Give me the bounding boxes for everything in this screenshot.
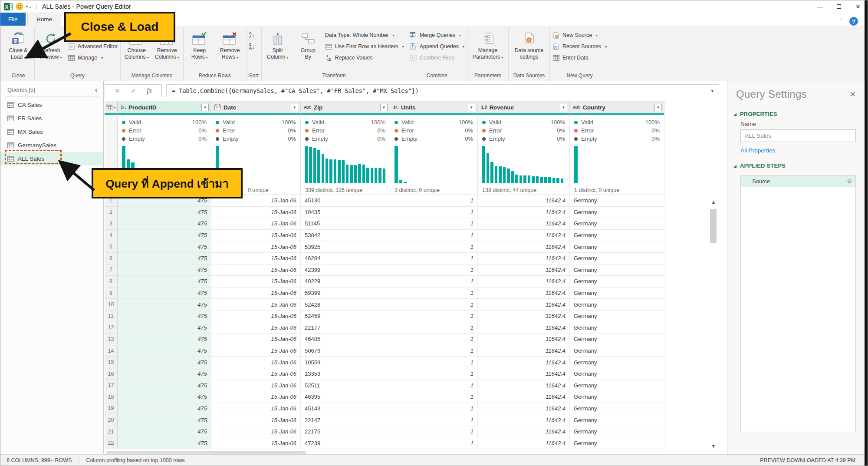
table-cell[interactable]: 11642.4: [478, 334, 570, 345]
table-cell[interactable]: 11642.4: [478, 414, 570, 426]
recent-sources-button[interactable]: Recent Sources▾: [552, 42, 607, 51]
row-number[interactable]: 15: [105, 357, 118, 368]
column-header-revenue[interactable]: 1.2 Revenue ▼: [478, 101, 570, 115]
table-cell[interactable]: 475: [118, 264, 211, 276]
table-cell[interactable]: 10435: [301, 207, 390, 218]
data-type-button[interactable]: Data Type: Whole Number▾: [325, 30, 404, 40]
table-cell[interactable]: 475: [118, 334, 211, 345]
table-cell[interactable]: 475: [118, 299, 211, 311]
table-cell[interactable]: Germany: [570, 264, 664, 276]
table-cell[interactable]: 13353: [301, 368, 390, 380]
table-cell[interactable]: 11642.4: [478, 299, 570, 311]
table-cell[interactable]: 1: [390, 391, 478, 403]
row-number[interactable]: 20: [105, 414, 118, 426]
minimize-button[interactable]: —: [810, 0, 829, 13]
table-cell[interactable]: 15-Jan-06: [211, 322, 301, 334]
table-cell[interactable]: 15-Jan-06: [211, 414, 301, 426]
row-number[interactable]: 9: [105, 288, 118, 299]
table-cell[interactable]: 11642.4: [478, 230, 570, 241]
column-header-productid[interactable]: 1²₃ ProductID ▼: [118, 101, 211, 115]
table-cell[interactable]: 475: [118, 230, 211, 241]
table-cell[interactable]: 1: [390, 403, 478, 415]
table-cell[interactable]: 11642.4: [478, 437, 570, 449]
table-cell[interactable]: 475: [118, 414, 211, 426]
table-cell[interactable]: 11642.4: [478, 368, 570, 380]
column-header-country[interactable]: ABC Country ▼: [570, 101, 664, 115]
row-number[interactable]: 5: [105, 241, 118, 253]
table-cell[interactable]: 11642.4: [478, 288, 570, 299]
table-cell[interactable]: 52459: [301, 311, 390, 322]
table-cell[interactable]: 1: [390, 230, 478, 241]
table-cell[interactable]: Germany: [570, 207, 664, 218]
table-cell[interactable]: 46395: [301, 391, 390, 403]
table-cell[interactable]: Germany: [570, 253, 664, 264]
table-cell[interactable]: 1: [390, 218, 478, 230]
table-cell[interactable]: 10559: [301, 357, 390, 368]
manage-button[interactable]: Manage▾: [68, 53, 118, 63]
table-cell[interactable]: 475: [118, 207, 211, 218]
table-cell[interactable]: 15-Jan-06: [211, 218, 301, 230]
table-cell[interactable]: 15-Jan-06: [211, 264, 301, 276]
table-cell[interactable]: 1: [390, 299, 478, 311]
table-cell[interactable]: 46485: [301, 334, 390, 345]
sort-ascending-button[interactable]: AZ↓: [249, 30, 255, 40]
table-cell[interactable]: 40229: [301, 276, 390, 288]
query-name-input[interactable]: ALL Sales: [740, 129, 856, 142]
table-cell[interactable]: Germany: [570, 368, 664, 380]
table-cell[interactable]: 1: [390, 334, 478, 345]
filter-dropdown-icon[interactable]: ▼: [560, 104, 567, 111]
column-header-zip[interactable]: ABC Zip ▼: [301, 101, 390, 115]
table-cell[interactable]: 15-Jan-06: [211, 426, 301, 438]
manage-parameters-button[interactable]: Manage Parameters▾: [470, 29, 506, 61]
table-cell[interactable]: 47239: [301, 437, 390, 449]
gear-icon[interactable]: ⚙: [847, 178, 852, 185]
qat-customize-icon[interactable]: ₌: [29, 4, 31, 9]
table-cell[interactable]: 11642.4: [478, 218, 570, 230]
row-number[interactable]: 2: [105, 207, 118, 218]
table-cell[interactable]: 11642.4: [478, 253, 570, 264]
table-cell[interactable]: Germany: [570, 322, 664, 334]
table-cell[interactable]: 1: [390, 311, 478, 322]
table-cell[interactable]: Germany: [570, 403, 664, 415]
table-cell[interactable]: 1: [390, 195, 478, 207]
row-number[interactable]: 12: [105, 322, 118, 334]
sort-descending-button[interactable]: ZA↓: [249, 42, 255, 51]
applied-step-source[interactable]: Source ⚙: [741, 175, 855, 187]
table-cell[interactable]: 1: [390, 207, 478, 218]
row-number[interactable]: 8: [105, 276, 118, 288]
table-cell[interactable]: 53842: [301, 230, 390, 241]
table-cell[interactable]: 15-Jan-06: [211, 288, 301, 299]
scroll-up-icon[interactable]: ▲: [709, 197, 718, 207]
table-cell[interactable]: 475: [118, 288, 211, 299]
collapse-pane-icon[interactable]: ‹: [95, 86, 97, 93]
qat-dropdown-icon[interactable]: ▾: [26, 5, 28, 9]
table-cell[interactable]: 1: [390, 368, 478, 380]
table-cell[interactable]: 1: [390, 253, 478, 264]
table-cell[interactable]: Germany: [570, 345, 664, 357]
table-cell[interactable]: 22175: [301, 426, 390, 438]
table-cell[interactable]: Germany: [570, 414, 664, 426]
maximize-button[interactable]: [829, 0, 848, 13]
table-cell[interactable]: 1: [390, 288, 478, 299]
table-cell[interactable]: 475: [118, 253, 211, 264]
table-cell[interactable]: 1: [390, 437, 478, 449]
row-number[interactable]: 13: [105, 334, 118, 345]
split-column-button[interactable]: Split Column▾: [264, 29, 291, 61]
table-cell[interactable]: 52511: [301, 380, 390, 392]
table-cell[interactable]: 1: [390, 414, 478, 426]
advanced-editor-button[interactable]: Advanced Editor: [68, 42, 118, 51]
table-cell[interactable]: 475: [118, 380, 211, 392]
row-number[interactable]: 6: [105, 253, 118, 264]
table-cell[interactable]: 45130: [301, 195, 390, 207]
formula-check-icon[interactable]: ✓: [131, 87, 136, 95]
table-cell[interactable]: 475: [118, 322, 211, 334]
row-number[interactable]: 18: [105, 391, 118, 403]
table-cell[interactable]: 11642.4: [478, 264, 570, 276]
table-cell[interactable]: Germany: [570, 241, 664, 253]
table-cell[interactable]: Germany: [570, 230, 664, 241]
close-and-load-button[interactable]: Close & Load▾: [5, 29, 32, 61]
table-cell[interactable]: 11642.4: [478, 403, 570, 415]
table-cell[interactable]: 1: [390, 322, 478, 334]
table-cell[interactable]: 15-Jan-06: [211, 311, 301, 322]
scroll-down-icon[interactable]: ▼: [709, 441, 718, 451]
